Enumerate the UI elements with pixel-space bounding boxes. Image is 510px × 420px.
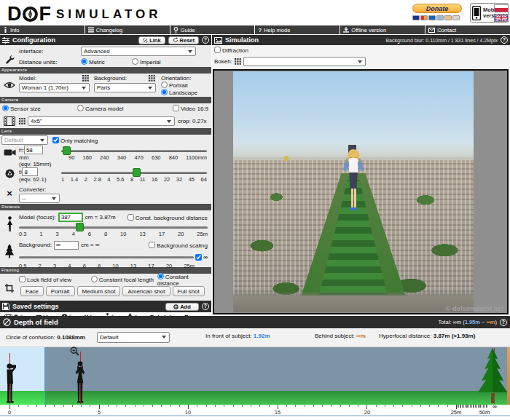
nav-item-help-mode[interactable]: ? Help mode bbox=[255, 25, 340, 34]
orientation-label: Orientation: bbox=[161, 75, 197, 82]
lock-fov-checkbox[interactable] bbox=[19, 276, 26, 282]
uk-flag-icon[interactable] bbox=[494, 14, 509, 22]
aperture-slider-handle[interactable] bbox=[133, 168, 141, 177]
video-169-option[interactable]: Video 16:9 bbox=[173, 105, 211, 112]
focal-slider-handle[interactable] bbox=[63, 146, 71, 155]
nav-item-contact[interactable]: Contact bbox=[425, 25, 510, 34]
background-gallery-grid-icon[interactable] bbox=[149, 75, 155, 82]
diffraction-checkbox[interactable] bbox=[214, 47, 221, 53]
framing-face-button[interactable]: Face bbox=[20, 286, 44, 296]
framing-american-shot-button[interactable]: American shot bbox=[122, 286, 170, 296]
background-infinity-checkbox[interactable] bbox=[195, 254, 202, 261]
dof-help-icon[interactable]: ? bbox=[500, 319, 507, 326]
bokeh-label: Bokeh: bbox=[214, 58, 232, 65]
reset-icon bbox=[173, 37, 178, 43]
model-select[interactable]: Woman 1 (1.70m) bbox=[19, 83, 90, 92]
const-focal-option[interactable]: Constant focal length bbox=[91, 276, 157, 283]
coc-select[interactable]: Default bbox=[97, 332, 170, 343]
sensor-size-radio[interactable] bbox=[2, 105, 9, 111]
donate-button[interactable]: Donate bbox=[412, 4, 462, 13]
orientation-group: Orientation: Portrait Landscape bbox=[161, 75, 197, 96]
background-distance-tree-icon bbox=[4, 244, 15, 258]
only-matching-checkbox[interactable] bbox=[52, 137, 59, 143]
converter-label: Converter: bbox=[19, 186, 60, 193]
simulation-viewport[interactable]: © dofsimulator.net bbox=[213, 69, 509, 314]
focal-slider: 901602403404706308401100mm bbox=[60, 146, 211, 161]
dof-scene[interactable] bbox=[0, 347, 510, 405]
nav-item-info[interactable]: Info bbox=[0, 25, 85, 34]
orientation-landscape-option[interactable]: Landscape bbox=[161, 89, 197, 96]
model-distance-track[interactable] bbox=[19, 226, 208, 229]
only-matching-option[interactable]: Only matching bbox=[52, 137, 98, 144]
framing-portrait-button[interactable]: Portrait bbox=[46, 286, 75, 296]
const-bg-distance-checkbox[interactable] bbox=[128, 214, 134, 221]
bg-scaling-option[interactable]: Background scaling bbox=[149, 242, 208, 249]
video-169-checkbox[interactable] bbox=[173, 105, 179, 111]
reset-button[interactable]: Reset bbox=[168, 36, 199, 44]
lock-fov-option[interactable]: Lock field of view bbox=[19, 276, 91, 283]
aperture-icon bbox=[5, 169, 15, 178]
landscape-radio[interactable] bbox=[161, 89, 168, 95]
camera-model-radio[interactable] bbox=[77, 105, 84, 111]
polish-flag-icon[interactable] bbox=[494, 4, 509, 12]
simulation-header: Simulation Background blur: 0.110mm / 1 … bbox=[212, 35, 510, 45]
watermark: © dofsimulator.net bbox=[446, 305, 503, 312]
metric-radio[interactable] bbox=[81, 58, 87, 65]
focal-length-input[interactable] bbox=[24, 146, 43, 154]
model-distance-handle[interactable] bbox=[76, 223, 84, 231]
bokeh-select[interactable] bbox=[243, 57, 366, 66]
imperial-radio[interactable] bbox=[132, 58, 138, 65]
distance-ruler[interactable]: 0 5 10 15 20 25m 50m ∞ bbox=[0, 405, 510, 415]
bg-scaling-checkbox[interactable] bbox=[149, 242, 155, 248]
const-distance-option[interactable]: Constant distance bbox=[157, 273, 211, 287]
nav-item-guide[interactable]: Guide bbox=[170, 25, 255, 34]
diffraction-option[interactable]: Diffraction bbox=[214, 47, 248, 54]
saved-settings-help-icon[interactable]: ? bbox=[202, 303, 209, 310]
link-button[interactable]: Link bbox=[138, 36, 165, 44]
aperture-input[interactable] bbox=[22, 167, 38, 176]
unit-imperial-option[interactable]: Imperial bbox=[132, 58, 160, 66]
logo-simulator-text: SIMULATOR bbox=[56, 7, 161, 22]
portrait-radio[interactable] bbox=[161, 82, 168, 88]
sensor-gallery-grid-icon[interactable] bbox=[19, 118, 26, 124]
sensor-size-option[interactable]: Sensor size bbox=[2, 105, 77, 112]
orientation-portrait-option[interactable]: Portrait bbox=[161, 82, 197, 89]
converter-group: Converter: -- bbox=[19, 186, 60, 203]
model-focus-input[interactable] bbox=[58, 213, 83, 222]
add-setting-button[interactable]: Add bbox=[165, 303, 199, 311]
interface-select[interactable]: Advanced bbox=[81, 47, 196, 56]
nav-item-changelog[interactable]: Changelog bbox=[85, 25, 170, 34]
const-distance-radio[interactable] bbox=[157, 273, 164, 280]
simulation-help-icon[interactable]: ? bbox=[501, 36, 508, 44]
const-focal-radio[interactable] bbox=[91, 276, 98, 282]
background-distance-track[interactable] bbox=[19, 256, 194, 258]
background-distance-slider: ∞ 0.5234681013172025m bbox=[19, 250, 208, 269]
background-blur-info: Background blur: 0.110mm / 1 831 lines /… bbox=[385, 38, 498, 43]
camcorder-icon bbox=[4, 148, 16, 156]
background-distance-input[interactable] bbox=[54, 241, 79, 250]
nav-item-offline-version[interactable]: Offline version bbox=[340, 25, 425, 34]
const-bg-distance-option[interactable]: Const. background distance bbox=[128, 214, 208, 221]
bokeh-gallery-grid-icon[interactable] bbox=[235, 58, 241, 65]
camera-model-option[interactable]: Camera model bbox=[77, 105, 173, 112]
configuration-help-icon[interactable]: ? bbox=[202, 36, 209, 44]
focal-slider-track[interactable] bbox=[61, 150, 207, 152]
model-label: Model: bbox=[19, 75, 36, 82]
model-silhouette[interactable] bbox=[72, 360, 88, 404]
lens-select[interactable]: Default bbox=[1, 135, 48, 145]
framing-full-shot-button[interactable]: Full shot bbox=[173, 286, 205, 296]
top-header: D F SIMULATOR Donate bbox=[0, 0, 510, 25]
plus-icon bbox=[173, 304, 178, 309]
converter-select[interactable]: -- bbox=[19, 194, 60, 203]
zoom-magnifier-icon[interactable] bbox=[70, 346, 79, 356]
hyperfocal-distance: Hyperfocal distance: 3.87m (>1.93m) bbox=[379, 333, 475, 339]
framing-medium-shot-button[interactable]: Medium shot bbox=[77, 286, 121, 296]
dof-bottom-strip bbox=[0, 415, 510, 420]
ruler-dense-ticks bbox=[457, 405, 487, 408]
aperture-slider-track[interactable] bbox=[61, 172, 207, 174]
unit-metric-option[interactable]: Metric bbox=[81, 58, 132, 66]
background-infinity-option[interactable]: ∞ bbox=[195, 254, 208, 261]
model-gallery-grid-icon[interactable] bbox=[82, 75, 89, 82]
background-select[interactable]: Paris bbox=[94, 83, 156, 92]
sensor-select[interactable]: 4x5" bbox=[28, 116, 175, 126]
